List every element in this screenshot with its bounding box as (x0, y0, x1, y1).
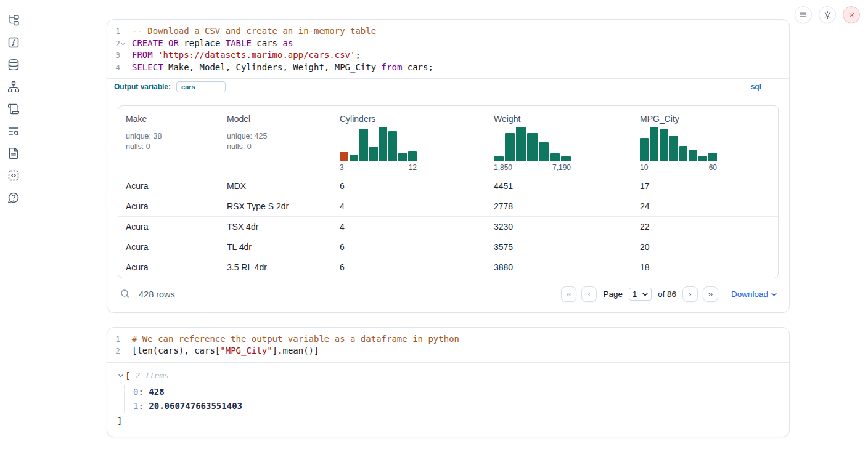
download-button[interactable]: Download (731, 289, 777, 299)
sql-editor[interactable]: 1-- Download a CSV and create an in-memo… (107, 20, 789, 78)
menu-button[interactable] (795, 6, 812, 23)
axis-max-label: 12 (409, 163, 417, 172)
histogram-bar (408, 151, 417, 161)
fold-chevron-icon[interactable] (120, 38, 126, 50)
tree-entry: 1: 20.060747663551403 (133, 399, 779, 413)
code-line: 2[len(cars), cars["MPG_City"].mean()] (107, 345, 789, 357)
table-row: AcuraRSX Type S 2dr4277824 (118, 196, 778, 217)
fold-spacer (120, 25, 126, 38)
code-text: SELECT Make, Model, Cylinders, Weight, M… (132, 62, 433, 74)
pagination: « ‹ Page 1 of 86 › » Download (561, 286, 777, 302)
histogram-bars (640, 127, 717, 161)
histogram-bar (494, 156, 504, 161)
table-cell: MDX (219, 176, 332, 196)
sidebar-item-documents[interactable] (7, 147, 20, 160)
sidebar-item-datasources[interactable] (7, 58, 20, 71)
page-select[interactable]: 1 (629, 288, 652, 301)
sidebar-item-documentation-search[interactable] (7, 124, 20, 137)
axis-min-label: 3 (340, 163, 344, 172)
table-cell: 4 (332, 217, 486, 237)
tree-body: 0: 4281: 20.060747663551403 (124, 385, 779, 413)
chevron-left-icon: ‹ (588, 289, 591, 299)
histogram-bar (388, 131, 397, 161)
sidebar-item-logs[interactable] (7, 102, 20, 115)
histogram-bar (398, 153, 407, 161)
previous-page-button[interactable]: ‹ (581, 286, 597, 302)
hamburger-menu-icon (799, 10, 808, 19)
axis-max-label: 7,190 (552, 163, 571, 172)
table-cell: 6 (332, 257, 486, 278)
settings-button[interactable] (819, 6, 836, 23)
tree-close-bracket: ] (117, 416, 779, 426)
line-number: 2 (107, 345, 120, 357)
sidebar-item-file-explorer[interactable] (7, 14, 20, 26)
fold-spacer (120, 345, 126, 357)
column-name: Model (227, 114, 325, 124)
search-icon (120, 289, 130, 299)
table-row: AcuraTL 4dr6357520 (118, 237, 778, 257)
page-label: Page (603, 289, 623, 299)
histogram-bar (350, 155, 358, 161)
column-header-model[interactable]: Modelunique: 425nulls: 0 (219, 106, 332, 176)
table-cell: 20 (633, 237, 778, 257)
gear-icon (823, 10, 832, 20)
code-line: 4SELECT Make, Model, Cylinders, Weight, … (107, 62, 789, 74)
chevrons-right-icon: » (708, 289, 713, 299)
histogram-bars (340, 127, 417, 161)
tree-entry: 0: 428 (133, 385, 779, 398)
column-header-make[interactable]: Makeunique: 38nulls: 0 (118, 106, 219, 176)
table-row: AcuraMDX6445117 (118, 176, 778, 196)
table-row: Acura3.5 RL 4dr6388018 (118, 257, 778, 278)
tree-items-count: 2 Items (135, 371, 169, 380)
histogram-bar (640, 138, 649, 161)
histogram-bar (698, 156, 707, 161)
tree-open-bracket: [ (125, 371, 130, 381)
first-page-button[interactable]: « (561, 286, 576, 302)
column-name: Cylinders (340, 114, 479, 124)
table-cell: 17 (633, 176, 778, 196)
last-page-button[interactable]: » (703, 286, 718, 302)
histogram-bar (379, 127, 388, 161)
table-cell: Acura (118, 196, 219, 217)
column-header-weight[interactable]: Weight1,8507,190 (486, 106, 633, 176)
python-editor[interactable]: 1# We can reference the output variable … (107, 328, 789, 362)
table-cell: Acura (118, 217, 219, 237)
column-header-mpg_city[interactable]: MPG_City1060 (633, 106, 778, 176)
tree-entry-value: 428 (149, 387, 164, 397)
output-variable-row: Output variable: sql (107, 78, 789, 95)
file-text-icon (7, 147, 20, 160)
sidebar-item-variables[interactable] (7, 36, 20, 49)
histogram-axis-labels: 312 (340, 163, 417, 172)
python-output: [ 2 Items 0: 4281: 20.060747663551403 ] (107, 362, 789, 437)
database-icon (7, 59, 20, 71)
table-cell: RSX Type S 2dr (219, 196, 332, 217)
sidebar-item-dependency-graph[interactable] (7, 80, 20, 93)
tree-entry-value: 20.060747663551403 (149, 401, 242, 411)
column-name: Make (126, 114, 212, 124)
language-badge: sql (751, 83, 782, 91)
left-sidebar (0, 0, 27, 449)
fold-spacer (120, 49, 126, 62)
histogram-bar (660, 129, 668, 161)
code-text: [len(cars), cars["MPG_City"].mean()] (132, 345, 319, 357)
close-icon (848, 11, 856, 19)
table-footer: 428 rows « ‹ Page 1 of 86 › » Download (118, 286, 779, 302)
file-tree-icon (7, 14, 20, 26)
table-cell: 3575 (486, 237, 633, 257)
histogram-bar (550, 153, 560, 161)
text-search-icon (7, 125, 20, 137)
sql-cell: 1-- Download a CSV and create an in-memo… (107, 19, 790, 313)
chevron-down-icon (118, 374, 123, 378)
tree-collapse-toggle[interactable] (117, 372, 125, 379)
code-line: 1-- Download a CSV and create an in-memo… (107, 25, 789, 38)
table-cell: 6 (332, 237, 486, 257)
search-button[interactable] (120, 289, 131, 300)
sidebar-item-help[interactable] (7, 191, 20, 204)
fold-spacer (120, 62, 126, 74)
table-cell: 4 (332, 196, 486, 217)
output-variable-input[interactable] (176, 81, 226, 92)
column-header-cylinders[interactable]: Cylinders312 (332, 106, 486, 176)
shutdown-button[interactable] (843, 6, 860, 23)
sidebar-item-snippets[interactable] (7, 169, 20, 182)
next-page-button[interactable]: › (682, 286, 698, 302)
